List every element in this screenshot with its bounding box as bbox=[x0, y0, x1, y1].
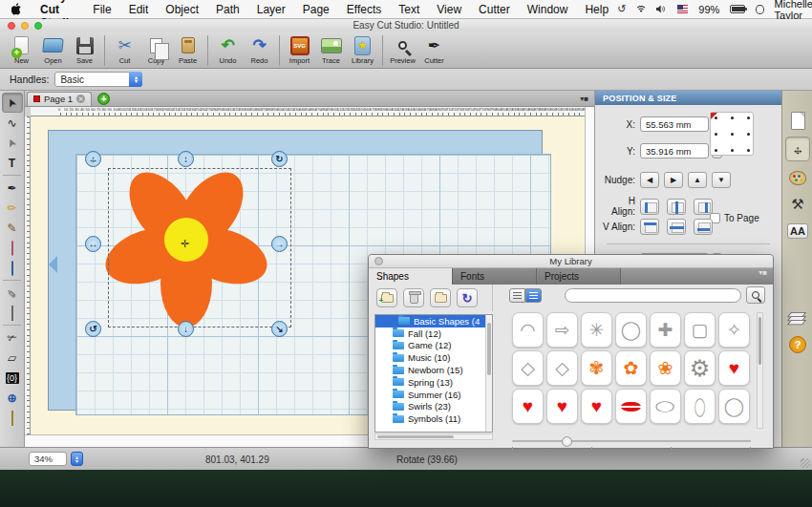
cut-button[interactable]: ✂Cut bbox=[110, 34, 139, 65]
folder-row[interactable]: Spring (13) bbox=[375, 376, 492, 389]
shape-thumb-rounded-rect[interactable]: ▢ bbox=[684, 312, 716, 348]
zoom-level-input[interactable]: 34% bbox=[29, 452, 67, 466]
layers-panel-icon[interactable] bbox=[785, 306, 810, 330]
align-bottom-button[interactable] bbox=[694, 219, 713, 235]
folder-row[interactable]: Music (10) bbox=[375, 351, 492, 364]
grid-view-button[interactable] bbox=[525, 288, 542, 303]
rotate-bottom-left-handle[interactable]: ↺ bbox=[85, 321, 101, 337]
do-not-disturb-icon[interactable] bbox=[756, 5, 763, 14]
lasso-tool[interactable]: ∿ bbox=[2, 113, 23, 133]
close-page-icon[interactable]: ✕ bbox=[76, 95, 85, 103]
resize-diagonal-handle[interactable]: ↘ bbox=[271, 321, 288, 337]
library-search-input[interactable] bbox=[565, 288, 741, 303]
folder-row[interactable]: Fall (12) bbox=[375, 327, 492, 340]
input-language-flag-icon[interactable] bbox=[677, 5, 688, 13]
nudge-down-button[interactable]: ▼ bbox=[712, 172, 731, 188]
folder-list-scrollbar[interactable] bbox=[485, 315, 492, 432]
cutter-button[interactable]: ✒Cutter bbox=[419, 34, 449, 65]
shape-thumb-diamond[interactable]: ◇ bbox=[512, 350, 544, 386]
shape-thumb-flower[interactable]: ✿ bbox=[615, 350, 647, 386]
menu-page[interactable]: Page bbox=[294, 3, 338, 16]
volume-icon[interactable] bbox=[656, 4, 667, 14]
position-panel-icon[interactable]: ↔↕ bbox=[785, 137, 810, 161]
shape-thumb-asterisk[interactable]: ✳ bbox=[581, 312, 612, 348]
pen-tool[interactable]: ✒ bbox=[2, 178, 23, 198]
zoom-tool[interactable]: ⊕ bbox=[2, 388, 23, 408]
shape-thumb-star4[interactable]: ✧ bbox=[718, 312, 750, 348]
resize-bottom-handle[interactable]: ↓ bbox=[178, 321, 194, 337]
menu-path[interactable]: Path bbox=[207, 3, 248, 16]
nudge-up-button[interactable]: ▲ bbox=[688, 172, 707, 188]
shape-thumb-daisy[interactable]: ✾ bbox=[581, 350, 612, 386]
shape-thumb-lips[interactable] bbox=[615, 389, 647, 424]
library-search-button[interactable] bbox=[746, 286, 765, 304]
import-to-library-button[interactable] bbox=[430, 288, 451, 307]
menu-view[interactable]: View bbox=[428, 3, 470, 16]
thumbnail-size-slider[interactable] bbox=[512, 436, 751, 446]
shape-thumb-ellipse-tall[interactable]: ◯ bbox=[684, 389, 716, 424]
wifi-icon[interactable] bbox=[636, 5, 646, 14]
mat-left-arrow-icon[interactable] bbox=[49, 256, 57, 273]
resize-top-handle[interactable]: ↕ bbox=[178, 151, 194, 167]
y-input[interactable]: 35.916 mm bbox=[640, 143, 709, 158]
refresh-library-button[interactable]: ↻ bbox=[457, 288, 478, 307]
add-page-button[interactable]: + bbox=[97, 93, 110, 105]
gradient-tool[interactable] bbox=[2, 303, 23, 323]
move-handle[interactable]: ↔↕ bbox=[85, 151, 101, 167]
anchor-point-grid[interactable] bbox=[710, 112, 754, 156]
library-tab-projects[interactable]: Projects bbox=[537, 268, 621, 285]
shape-thumb-heart4[interactable]: ♥ bbox=[581, 389, 612, 424]
menu-help[interactable]: Help bbox=[576, 3, 617, 16]
align-h-center-button[interactable] bbox=[667, 199, 686, 215]
zoom-stepper[interactable]: ▲▼ bbox=[71, 452, 83, 466]
measure-tool[interactable] bbox=[2, 408, 23, 428]
handles-dropdown[interactable]: Basic ▲▼ bbox=[54, 72, 142, 87]
shape-thumb-gear[interactable]: ⚙ bbox=[684, 350, 716, 386]
shape-thumb-circle2[interactable]: ◯ bbox=[718, 389, 750, 424]
shape-thumb-circle[interactable]: ◯ bbox=[615, 312, 647, 348]
slider-thumb[interactable] bbox=[562, 436, 572, 447]
align-left-button[interactable] bbox=[640, 199, 659, 215]
text-tool[interactable]: T bbox=[2, 153, 23, 173]
folder-row[interactable]: Swirls (23) bbox=[375, 401, 492, 413]
redo-button[interactable]: ↷Redo bbox=[245, 34, 274, 65]
shape-thumb-heart[interactable]: ♥ bbox=[718, 350, 750, 386]
preview-button[interactable]: Preview bbox=[388, 34, 417, 65]
menu-text[interactable]: Text bbox=[390, 3, 428, 16]
align-right-button[interactable] bbox=[694, 199, 713, 215]
library-panel-menu-icon[interactable]: ▾■ bbox=[759, 268, 767, 285]
shape-thumb-heart3[interactable]: ♥ bbox=[546, 389, 578, 424]
resize-right-handle[interactable]: → bbox=[271, 236, 288, 252]
trace-button[interactable]: Trace bbox=[316, 34, 346, 65]
knife-tool[interactable]: ✃ bbox=[2, 327, 23, 348]
nudge-right-button[interactable]: ▶ bbox=[664, 172, 683, 188]
new-folder-button[interactable]: + bbox=[376, 288, 397, 307]
shape-thumb-arch[interactable]: ◠ bbox=[512, 312, 544, 348]
window-resize-grip[interactable] bbox=[801, 458, 810, 468]
menu-layer[interactable]: Layer bbox=[248, 3, 294, 16]
rotate-top-right-handle[interactable]: ↻ bbox=[271, 151, 288, 167]
list-view-button[interactable] bbox=[509, 288, 525, 303]
select-tool[interactable]: ➤ bbox=[2, 93, 23, 113]
align-top-button[interactable] bbox=[640, 219, 659, 235]
nudge-left-button[interactable]: ◀ bbox=[640, 172, 659, 188]
user-menu[interactable]: Michelle Taylor bbox=[775, 0, 812, 21]
eraser-tool[interactable] bbox=[2, 238, 23, 258]
library-titlebar[interactable]: My Library bbox=[369, 255, 773, 268]
help-icon[interactable]: ? bbox=[785, 332, 810, 357]
battery-icon[interactable] bbox=[730, 5, 745, 13]
menu-object[interactable]: Object bbox=[157, 3, 207, 16]
shape-thumb-heart2[interactable]: ♥ bbox=[512, 389, 544, 424]
page-tab[interactable]: Page 1 ✕ bbox=[27, 92, 92, 106]
library-button[interactable]: ★Library bbox=[348, 34, 377, 65]
folder-row[interactable]: Newborn (15) bbox=[375, 364, 492, 376]
copy-button[interactable]: Copy bbox=[141, 34, 171, 65]
shape-thumb-diamond2[interactable]: ◇ bbox=[546, 350, 578, 386]
menu-cutter[interactable]: Cutter bbox=[470, 3, 519, 16]
undo-button[interactable]: ↶Undo bbox=[213, 34, 243, 65]
menu-file[interactable]: File bbox=[84, 3, 119, 16]
new-button[interactable]: New bbox=[7, 34, 36, 65]
folder-row[interactable]: Summer (16) bbox=[375, 389, 492, 401]
folder-row[interactable]: Basic Shapes (4 bbox=[375, 315, 492, 327]
x-input[interactable]: 55.563 mm bbox=[640, 116, 709, 132]
